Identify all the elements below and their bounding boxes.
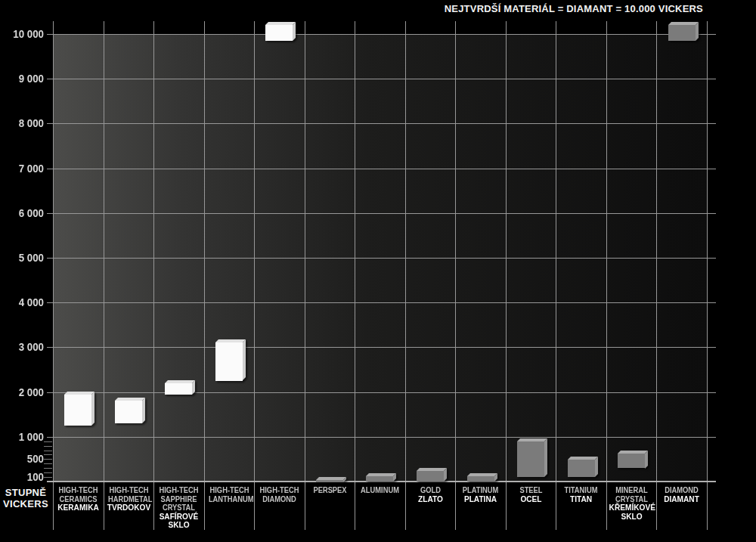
- vertical-gridline: [455, 21, 456, 530]
- bar-gold: [417, 471, 444, 482]
- category-label-mineral-crystal: MINERALCRYSTALKŘEMÍKOVÉSKLO: [607, 486, 656, 521]
- bar-perspex: [316, 480, 343, 482]
- vertical-gridline: [606, 21, 607, 530]
- vertical-gridline: [355, 21, 355, 530]
- category-name-line: PERSPEX: [309, 486, 351, 495]
- category-local-name-line: TVRDOKOV: [107, 503, 152, 513]
- horizontal-gridline: [47, 34, 716, 35]
- y-tick-label: 9 000: [7, 73, 44, 85]
- bar-high-tech-diamond-side-face: [293, 22, 296, 41]
- bar-high-tech-hardmetal-side-face: [142, 398, 145, 423]
- bar-titanium: [568, 460, 595, 477]
- bar-platinum: [467, 476, 494, 482]
- horizontal-gridline: [47, 123, 716, 124]
- vertical-gridline: [204, 21, 205, 530]
- minor-tick: [44, 463, 52, 464]
- y-tick-label: 2 000: [7, 386, 44, 398]
- bar-steel: [517, 441, 544, 477]
- category-label-perspex: PERSPEX: [305, 486, 355, 495]
- bar-platinum-ace-face: [467, 476, 494, 482]
- vertical-gridline: [254, 21, 255, 530]
- category-label-high-tech-lanthanum: HIGH-TECHLANTHANUM: [205, 486, 254, 503]
- bar-high-tech-ceramics-ace-face: [64, 395, 91, 426]
- bar-diamond-ace-face: [668, 25, 696, 41]
- horizontal-gridline: [47, 79, 716, 79]
- bar-mineral-crystal: [618, 454, 645, 469]
- y-tick-label: 5 000: [7, 252, 44, 264]
- vertical-gridline: [656, 21, 657, 530]
- category-local-name-line: OCEL: [509, 495, 554, 504]
- category-local-name-line: SKLO: [156, 521, 202, 530]
- category-label-aluminum: ALUMINUM: [355, 486, 404, 495]
- vertical-gridline: [53, 21, 54, 530]
- bar-aluminum: [366, 476, 393, 482]
- category-name-line: ALUMINUM: [359, 486, 401, 495]
- category-label-platinum: PLATINUMPLATINA: [456, 486, 505, 503]
- y-tick-label: 500: [7, 453, 44, 465]
- y-tick-label: 6 000: [7, 207, 44, 219]
- bar-aluminum-ace-face: [366, 476, 393, 482]
- vertical-gridline: [305, 21, 305, 530]
- y-tick-label: 4 000: [7, 296, 44, 308]
- minor-tick: [44, 459, 52, 460]
- bar-high-tech-lanthanum-side-face: [243, 339, 246, 380]
- bar-gold-ace-face: [417, 471, 444, 482]
- y-tick-label: 100: [7, 471, 44, 483]
- y-tick-label: 8 000: [7, 117, 44, 129]
- bar-diamond-side-face: [696, 22, 699, 41]
- minor-tick: [44, 477, 52, 478]
- bar-high-tech-sapphire-crystal: [165, 383, 192, 395]
- horizontal-gridline: [47, 213, 716, 214]
- minor-tick: [44, 472, 52, 473]
- bar-high-tech-ceramics: [64, 395, 91, 426]
- vertical-gridline: [506, 21, 507, 530]
- category-label-high-tech-hardmetal: HIGH-TECHHARDMETALTVRDOKOV: [104, 486, 153, 513]
- bar-high-tech-lanthanum: [215, 342, 243, 380]
- y-tick-label: 1 000: [7, 431, 44, 443]
- category-name-line: LANTHANUM: [209, 495, 250, 504]
- bar-steel-side-face: [544, 438, 547, 477]
- bar-perspex-ace-face: [316, 480, 343, 482]
- bar-high-tech-ceramics-side-face: [91, 392, 94, 426]
- bar-diamond: [668, 25, 696, 41]
- category-label-gold: GOLDZLATO: [406, 486, 455, 503]
- hardness-chart: NEJTVRDŠÍ MATERIÁL = DIAMANT = 10.000 VI…: [0, 0, 756, 542]
- y-tick-label: 3 000: [7, 341, 44, 353]
- vertical-gridline: [707, 21, 708, 530]
- bar-titanium-side-face: [595, 457, 598, 477]
- bar-high-tech-hardmetal: [115, 401, 142, 423]
- horizontal-gridline: [47, 392, 716, 393]
- y-tick-label: 10 000: [7, 28, 44, 40]
- minor-tick: [44, 468, 52, 469]
- category-label-titanium: TITANIUMTITAN: [556, 486, 606, 503]
- vertical-gridline: [104, 21, 104, 530]
- bar-mineral-crystal-side-face: [645, 451, 648, 469]
- horizontal-gridline: [47, 169, 716, 169]
- plot-area: 10 0009 0008 0007 0006 0005 0004 0003 00…: [0, 0, 756, 542]
- vertical-gridline: [153, 21, 154, 530]
- horizontal-gridline: [47, 347, 716, 348]
- bar-high-tech-sapphire-crystal-ace-face: [165, 383, 192, 395]
- vertical-gridline: [405, 21, 406, 530]
- bar-steel-ace-face: [517, 441, 544, 477]
- bar-high-tech-diamond: [265, 25, 293, 41]
- bar-high-tech-hardmetal-ace-face: [115, 401, 142, 423]
- minor-tick: [44, 441, 52, 442]
- category-label-high-tech-sapphire-crystal: HIGH-TECHSAPPHIRECRYSTALSAFÍROVÉSKLO: [154, 486, 203, 530]
- category-local-name-line: TITAN: [559, 495, 604, 504]
- minor-tick: [44, 446, 52, 447]
- category-local-name-line: PLATINA: [458, 495, 503, 504]
- bar-mineral-crystal-ace-face: [618, 454, 645, 469]
- category-label-high-tech-diamond: HIGH-TECHDIAMOND: [255, 486, 304, 503]
- bar-high-tech-lanthanum-ace-face: [215, 342, 243, 380]
- horizontal-gridline: [47, 437, 716, 438]
- y-tick-label: 7 000: [7, 163, 44, 175]
- minor-tick: [44, 454, 52, 455]
- category-label-high-tech-ceramics: HIGH-TECHCERAMICSKERAMIKA: [54, 486, 103, 513]
- category-label-diamond: DIAMONDDIAMANT: [657, 486, 706, 503]
- category-local-name-line: DIAMANT: [659, 495, 705, 504]
- category-local-name-line: ZLATO: [408, 495, 454, 504]
- category-name-line: DIAMOND: [259, 495, 300, 504]
- bar-titanium-ace-face: [568, 460, 595, 477]
- horizontal-gridline: [47, 258, 716, 259]
